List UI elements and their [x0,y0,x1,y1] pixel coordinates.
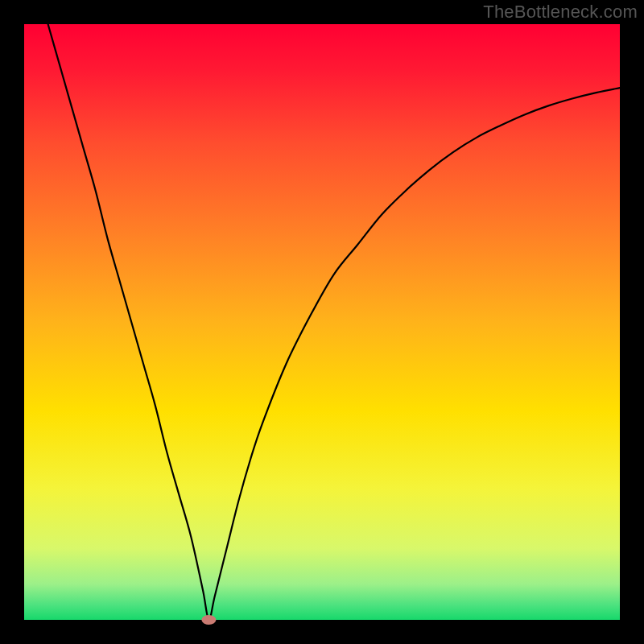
plot-area [24,24,620,620]
min-point-marker [201,615,216,625]
watermark-text: TheBottleneck.com [483,2,638,23]
chart-svg [0,0,644,644]
chart-frame: TheBottleneck.com [0,0,644,644]
